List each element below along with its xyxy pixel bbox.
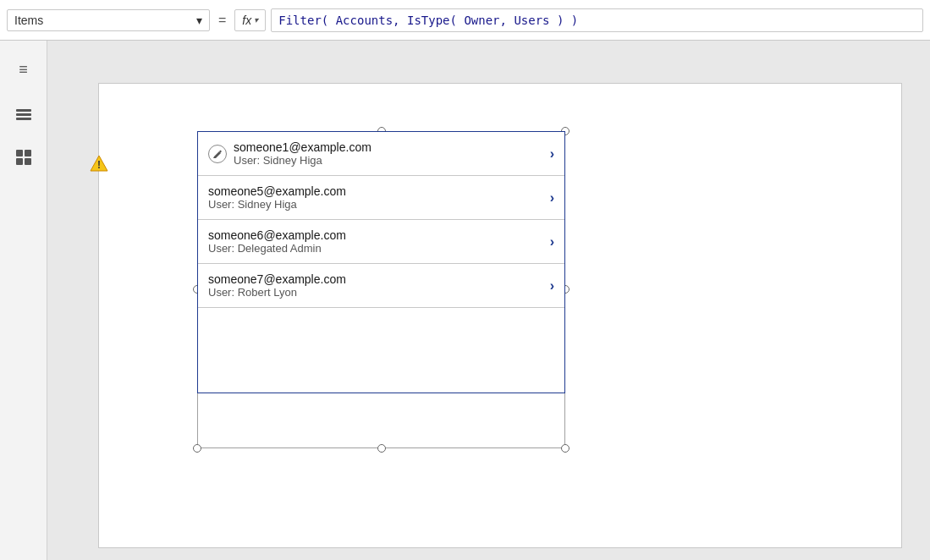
svg-text:!: ! (97, 159, 101, 171)
list-item[interactable]: someone7@example.comUser: Robert Lyon› (198, 264, 564, 308)
item-user: User: Robert Lyon (208, 286, 346, 299)
svg-rect-4 (25, 150, 31, 156)
item-email: someone5@example.com (208, 184, 346, 198)
list-item[interactable]: someone6@example.comUser: Delegated Admi… (198, 220, 564, 264)
chevron-right-icon: › (550, 234, 554, 250)
item-user: User: Delegated Admin (208, 242, 346, 255)
component-container: someone1@example.comUser: Sidney Higa›so… (197, 118, 565, 448)
grid-icon[interactable] (12, 145, 36, 169)
svg-rect-3 (16, 150, 23, 156)
layers-icon[interactable] (12, 102, 36, 125)
empty-gallery-item (198, 308, 564, 393)
list-item[interactable]: someone5@example.comUser: Sidney Higa› (198, 176, 564, 220)
fx-button[interactable]: fx ▾ (234, 9, 266, 31)
formula-bar: Items ▾ = fx ▾ (0, 0, 930, 41)
chevron-right-icon: › (550, 278, 554, 294)
name-dropdown-label: Items (14, 14, 43, 27)
handle-bottom-center[interactable] (377, 444, 386, 453)
fx-chevron-icon: ▾ (254, 15, 258, 25)
hamburger-menu-icon[interactable]: ≡ (12, 58, 36, 81)
svg-rect-5 (16, 158, 23, 165)
item-email: someone1@example.com (234, 140, 371, 154)
edit-icon[interactable] (208, 145, 227, 163)
svg-rect-2 (16, 118, 31, 120)
item-email: someone6@example.com (208, 228, 346, 242)
item-email: someone7@example.com (208, 272, 346, 286)
warning-icon: ! (90, 154, 110, 174)
gallery-list: someone1@example.comUser: Sidney Higa›so… (197, 131, 565, 393)
svg-rect-6 (25, 158, 31, 165)
sidebar: ≡ (0, 41, 47, 560)
main-area: ≡ ! (0, 41, 930, 560)
dropdown-arrow-icon: ▾ (196, 14, 202, 27)
chevron-right-icon: › (550, 146, 554, 162)
svg-rect-0 (16, 109, 31, 112)
handle-bottom-left[interactable] (193, 444, 201, 453)
svg-rect-1 (16, 113, 31, 116)
equals-sign: = (215, 13, 229, 28)
name-dropdown[interactable]: Items ▾ (7, 9, 210, 31)
handle-bottom-right[interactable] (561, 444, 570, 453)
list-item[interactable]: someone1@example.comUser: Sidney Higa› (198, 132, 564, 176)
fx-label: fx (242, 14, 251, 27)
item-user: User: Sidney Higa (208, 198, 346, 211)
canvas-area: ! someone1@example.comUser: Sidney Higa›… (47, 41, 930, 560)
item-user: User: Sidney Higa (234, 154, 371, 167)
formula-input[interactable] (271, 8, 923, 32)
chevron-right-icon: › (550, 190, 554, 206)
